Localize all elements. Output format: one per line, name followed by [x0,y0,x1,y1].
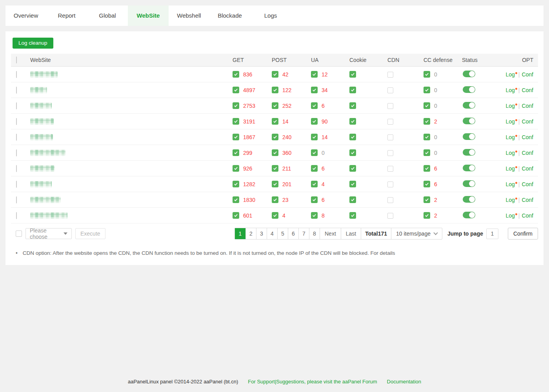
get-enabled-checkbox[interactable] [233,71,239,78]
cc-defense-count[interactable]: 0 [434,150,437,156]
status-toggle[interactable] [463,102,475,109]
ua-enabled-checkbox[interactable] [311,149,318,156]
get-enabled-checkbox[interactable] [233,149,239,156]
post-enabled-checkbox[interactable] [272,181,278,187]
status-toggle[interactable] [463,86,475,93]
pager-page-button[interactable]: 2 [245,228,256,239]
cookie-enabled-checkbox[interactable] [349,87,356,93]
get-count[interactable]: 1282 [243,181,255,187]
ua-enabled-checkbox[interactable] [311,71,318,78]
tab-logs[interactable]: Logs [250,5,291,26]
post-count[interactable]: 240 [282,134,291,140]
cc-defense-enabled-checkbox[interactable] [424,87,430,93]
tab-blockade[interactable]: Blockade [209,5,250,26]
get-enabled-checkbox[interactable] [233,212,239,219]
log-link[interactable]: Log [505,197,517,203]
cc-defense-count[interactable]: 0 [434,87,437,93]
cookie-enabled-checkbox[interactable] [349,181,356,187]
post-enabled-checkbox[interactable] [272,134,278,140]
get-count[interactable]: 926 [243,165,252,172]
row-checkbox[interactable] [16,102,17,109]
execute-button[interactable]: Execute [75,228,105,239]
conf-link[interactable]: Conf [522,165,533,172]
cdn-checkbox[interactable] [387,103,393,109]
ua-enabled-checkbox[interactable] [311,165,318,172]
cc-defense-enabled-checkbox[interactable] [424,165,430,172]
post-count[interactable]: 4 [282,212,285,219]
ua-count[interactable]: 0 [322,150,325,156]
post-enabled-checkbox[interactable] [272,149,278,156]
row-checkbox[interactable] [16,181,17,188]
ua-count[interactable]: 12 [322,71,328,78]
get-enabled-checkbox[interactable] [233,196,239,203]
get-enabled-checkbox[interactable] [233,181,239,187]
row-checkbox[interactable] [16,134,17,141]
post-enabled-checkbox[interactable] [272,71,278,78]
pager-page-button[interactable]: 1 [235,228,245,239]
select-all-checkbox[interactable] [16,56,17,64]
log-link[interactable]: Log [505,181,517,187]
post-enabled-checkbox[interactable] [272,165,278,172]
cc-defense-count[interactable]: 2 [434,118,437,125]
cookie-enabled-checkbox[interactable] [349,102,356,109]
log-link[interactable]: Log [505,71,517,78]
conf-link[interactable]: Conf [522,134,533,140]
post-enabled-checkbox[interactable] [272,118,278,125]
ua-count[interactable]: 4 [322,181,325,187]
ua-count[interactable]: 6 [322,197,325,203]
pager-page-button[interactable]: 7 [298,228,309,239]
post-count[interactable]: 201 [282,181,291,187]
pager-page-button[interactable]: 3 [256,228,267,239]
log-link[interactable]: Log [505,118,517,125]
ua-enabled-checkbox[interactable] [311,196,318,203]
get-count[interactable]: 4897 [243,87,255,93]
cdn-checkbox[interactable] [387,166,393,172]
conf-link[interactable]: Conf [522,87,533,93]
log-link[interactable]: Log [505,103,517,109]
status-toggle[interactable] [463,180,475,187]
cdn-checkbox[interactable] [387,150,393,156]
cc-defense-enabled-checkbox[interactable] [424,196,430,203]
pager-page-button[interactable]: 4 [267,228,277,239]
confirm-button[interactable]: Confirm [508,228,538,240]
log-cleanup-button[interactable]: Log cleanup [13,38,53,49]
status-toggle[interactable] [463,165,475,171]
bulk-action-select[interactable]: Please choose [25,228,72,239]
cc-defense-enabled-checkbox[interactable] [424,212,430,219]
post-enabled-checkbox[interactable] [272,87,278,93]
conf-link[interactable]: Conf [522,150,533,156]
post-count[interactable]: 14 [282,118,289,125]
get-enabled-checkbox[interactable] [233,118,239,125]
pager-page-button[interactable]: 5 [277,228,288,239]
get-count[interactable]: 836 [243,71,252,78]
status-toggle[interactable] [463,133,475,140]
cdn-checkbox[interactable] [387,181,393,187]
ua-count[interactable]: 6 [322,103,325,109]
post-count[interactable]: 23 [282,197,289,203]
conf-link[interactable]: Conf [522,197,533,203]
ua-count[interactable]: 14 [322,134,328,140]
post-enabled-checkbox[interactable] [272,102,278,109]
cc-defense-enabled-checkbox[interactable] [424,134,430,140]
conf-link[interactable]: Conf [522,181,533,187]
get-count[interactable]: 601 [243,212,252,219]
cdn-checkbox[interactable] [387,134,393,140]
log-link[interactable]: Log [505,87,517,93]
get-count[interactable]: 1830 [243,197,255,203]
log-link[interactable]: Log [505,150,517,156]
items-per-page-select[interactable]: 10 items/page [391,228,442,239]
cdn-checkbox[interactable] [387,87,393,93]
cc-defense-enabled-checkbox[interactable] [424,181,430,187]
post-count[interactable]: 122 [282,87,291,93]
tab-webshell[interactable]: Webshell [169,5,209,26]
row-checkbox[interactable] [16,118,17,125]
get-enabled-checkbox[interactable] [233,102,239,109]
ua-count[interactable]: 8 [322,212,325,219]
tab-report[interactable]: Report [46,5,87,26]
conf-link[interactable]: Conf [522,103,533,109]
cc-defense-count[interactable]: 0 [434,103,437,109]
row-checkbox[interactable] [16,165,17,172]
row-checkbox[interactable] [16,87,17,94]
ua-enabled-checkbox[interactable] [311,87,318,93]
cc-defense-count[interactable]: 6 [434,181,437,187]
